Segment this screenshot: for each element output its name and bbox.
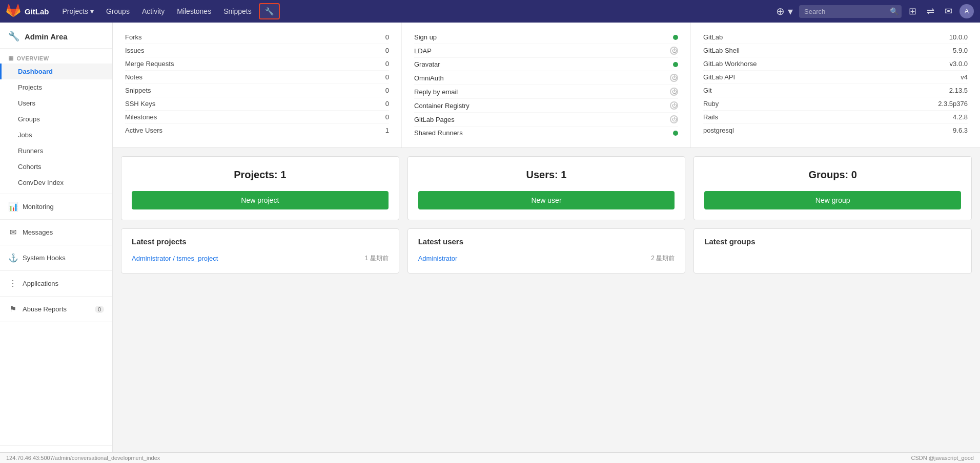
sidebar-sep-5: [0, 296, 112, 297]
nav-todo-icon[interactable]: ✉: [942, 4, 955, 19]
nav-snippets[interactable]: Snippets: [218, 4, 256, 18]
stat-merge-requests: Merge Requests 0: [125, 57, 389, 71]
nav-dock-icon[interactable]: ⊞: [906, 4, 920, 19]
sidebar-overview-label: ▦ Overview: [0, 49, 112, 64]
version-gitlab-workhorse: GitLab Workhorse v3.0.0: [703, 57, 968, 71]
stat-active-users: Active Users 1: [125, 124, 389, 137]
footer-url: 124.70.46.43:5007/admin/conversational_d…: [6, 455, 160, 461]
applications-icon: ⋮: [8, 279, 17, 288]
users-count-title: Users: 1: [418, 169, 675, 181]
nav-activity[interactable]: Activity: [137, 4, 170, 18]
version-gitlab-api: GitLab API v4: [703, 71, 968, 84]
latest-projects-card: Latest projects Administrator / tsmes_pr…: [121, 228, 399, 273]
sidebar-item-abuse-reports[interactable]: ⚑ Abuse Reports 0: [0, 300, 112, 319]
nav-links: Projects ▾ Groups Activity Milestones Sn…: [57, 3, 280, 19]
status-gitlab-pages: GitLab Pages ⏻: [414, 113, 678, 127]
overview-grid-icon: ▦: [8, 55, 14, 61]
summary-cards: Projects: 1 New project Users: 1 New use…: [113, 148, 980, 228]
ldap-status-off: ⏻: [670, 47, 678, 55]
version-postgresql: postgresql 9.6.3: [703, 124, 968, 137]
status-omniauth: OmniAuth ⏻: [414, 71, 678, 85]
signup-status-dot: [673, 35, 678, 40]
sidebar-item-runners[interactable]: Runners: [0, 143, 112, 159]
replyemail-status-off: ⏻: [670, 88, 678, 96]
latest-user-link[interactable]: Administrator: [418, 255, 458, 262]
latest-projects-title: Latest projects: [132, 237, 389, 246]
status-container-registry: Container Registry ⏻: [414, 99, 678, 113]
status-shared-runners: Shared Runners: [414, 127, 678, 139]
sidebar-item-groups[interactable]: Groups: [0, 111, 112, 127]
stat-notes: Notes 0: [125, 71, 389, 84]
plus-button[interactable]: ⊕ ▾: [774, 4, 795, 18]
version-gitlab: GitLab 10.0.0: [703, 31, 968, 44]
registry-status-off: ⏻: [670, 101, 678, 110]
brand-name: GitLab: [25, 7, 49, 16]
nav-milestones[interactable]: Milestones: [172, 4, 216, 18]
new-project-button[interactable]: New project: [132, 191, 389, 209]
nav-projects[interactable]: Projects ▾: [57, 4, 99, 18]
stat-issues: Issues 0: [125, 44, 389, 57]
sidebar-sep-1: [0, 194, 112, 194]
abuse-reports-badge: 0: [95, 306, 104, 313]
right-icons: ⊕ ▾ 🔍 ⊞ ⇌ ✉ A: [774, 4, 974, 19]
sidebar-item-messages[interactable]: ✉ Messages: [0, 223, 112, 242]
nav-groups[interactable]: Groups: [101, 4, 135, 18]
status-signup: Sign up: [414, 31, 678, 44]
pages-status-off: ⏻: [670, 115, 678, 123]
latest-groups-card: Latest groups: [693, 228, 972, 273]
stats-grid: Forks 0 Issues 0 Merge Requests 0 Notes …: [113, 23, 980, 148]
footer-credit: CSDN @javascript_good: [911, 455, 974, 461]
omniauth-status-off: ⏻: [670, 74, 678, 82]
sidebar-item-monitoring[interactable]: 📊 Monitoring: [0, 197, 112, 216]
projects-card: Projects: 1 New project: [121, 156, 399, 220]
latest-users-card: Latest users Administrator 2 星期前: [407, 228, 686, 273]
layout: 🔧 Admin Area ▦ Overview Dashboard Projec…: [0, 23, 980, 463]
new-user-button[interactable]: New user: [418, 191, 675, 209]
sidebar-item-cohorts[interactable]: Cohorts: [0, 159, 112, 175]
version-git: Git 2.13.5: [703, 84, 968, 97]
latest-project-time: 1 星期前: [365, 254, 389, 263]
sidebar-item-convdev[interactable]: ConvDev Index: [0, 175, 112, 191]
footer-bar: 124.70.46.43:5007/admin/conversational_d…: [0, 452, 980, 463]
groups-count-title: Groups: 0: [704, 169, 961, 181]
monitoring-icon: 📊: [8, 202, 17, 212]
status-reply-by-email: Reply by email ⏻: [414, 85, 678, 99]
sidebar-sep-4: [0, 270, 112, 271]
stats-col-versions: GitLab 10.0.0 GitLab Shell 5.9.0 GitLab …: [691, 23, 980, 148]
sidebar-item-applications[interactable]: ⋮ Applications: [0, 274, 112, 293]
search-button[interactable]: 🔍: [890, 7, 899, 15]
new-group-button[interactable]: New group: [704, 191, 961, 209]
latest-row: Latest projects Administrator / tsmes_pr…: [113, 228, 980, 282]
sidebar-item-users[interactable]: Users: [0, 95, 112, 111]
version-gitlab-shell: GitLab Shell 5.9.0: [703, 44, 968, 57]
stats-col-features: Sign up LDAP ⏻ Gravatar OmniAuth ⏻: [402, 23, 691, 148]
stat-ssh-keys: SSH Keys 0: [125, 97, 389, 111]
groups-card: Groups: 0 New group: [693, 156, 972, 220]
status-ldap: LDAP ⏻: [414, 44, 678, 58]
version-ruby: Ruby 2.3.5p376: [703, 97, 968, 111]
search-input[interactable]: [799, 5, 902, 18]
sidebar-item-jobs[interactable]: Jobs: [0, 127, 112, 143]
user-avatar[interactable]: A: [959, 4, 974, 18]
sidebar-item-dashboard[interactable]: Dashboard: [0, 64, 112, 79]
projects-count-title: Projects: 1: [132, 169, 389, 181]
stats-col-counts: Forks 0 Issues 0 Merge Requests 0 Notes …: [113, 23, 402, 148]
sidebar-item-projects[interactable]: Projects: [0, 79, 112, 95]
hooks-icon: ⚓: [8, 253, 17, 263]
sidebar-item-system-hooks[interactable]: ⚓ System Hooks: [0, 248, 112, 267]
brand-logo[interactable]: GitLab: [6, 4, 49, 18]
main-content: Forks 0 Issues 0 Merge Requests 0 Notes …: [113, 23, 980, 463]
latest-project-item: Administrator / tsmes_project 1 星期前: [132, 252, 389, 265]
latest-project-link[interactable]: Administrator / tsmes_project: [132, 255, 218, 262]
messages-icon: ✉: [8, 227, 17, 237]
version-rails: Rails 4.2.8: [703, 111, 968, 124]
admin-wrench-icon: 🔧: [8, 31, 19, 42]
runners-status-dot: [673, 131, 678, 136]
nav-admin-tool[interactable]: 🔧: [259, 3, 280, 19]
latest-users-title: Latest users: [418, 237, 675, 246]
nav-merge-icon[interactable]: ⇌: [924, 4, 937, 19]
sidebar-sep-2: [0, 219, 112, 220]
sidebar-sep-6: [0, 322, 112, 322]
sidebar-header: 🔧 Admin Area: [0, 23, 112, 49]
latest-user-item: Administrator 2 星期前: [418, 252, 675, 265]
